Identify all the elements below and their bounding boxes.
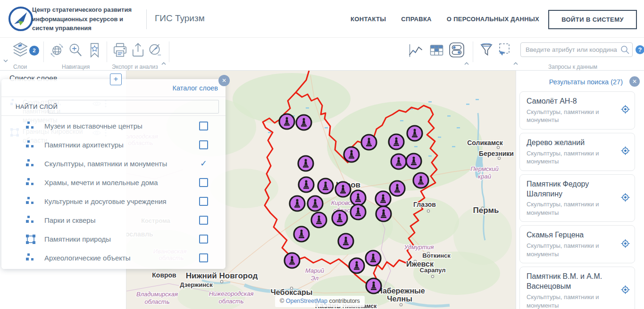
city-label: Глазов: [413, 201, 436, 208]
layers-button[interactable]: [10, 41, 30, 62]
layer-name: Скульптуры, памятники и монументы: [44, 160, 200, 168]
locate-icon[interactable]: [620, 238, 630, 250]
result-title: Памятник Федору Шаляпину: [527, 179, 618, 199]
help-icon[interactable]: ?: [636, 45, 644, 54]
bookmark-button[interactable]: [86, 41, 103, 61]
monument-marker[interactable]: [351, 190, 366, 205]
chart-analysis-button[interactable]: [407, 41, 425, 61]
search-result-card[interactable]: Памятник Федору Шаляпину Скульптуры, пам…: [519, 174, 635, 222]
monument-marker[interactable]: [376, 206, 391, 221]
monument-marker[interactable]: [338, 234, 353, 249]
region-label: Владимирская: [136, 291, 178, 298]
search-result-card[interactable]: Памятник В.М. и А.М. Васнецовым Скульпту…: [519, 267, 635, 309]
monument-marker[interactable]: [413, 173, 428, 188]
monument-marker[interactable]: [349, 258, 364, 273]
header: Центр стратегического развития информаци…: [0, 0, 644, 38]
layer-checkbox[interactable]: [199, 178, 208, 187]
app-title: ГИС Туризм: [155, 13, 205, 24]
locate-icon[interactable]: [620, 105, 630, 116]
close-catalog-icon[interactable]: ✕: [218, 75, 230, 86]
layer-checkbox[interactable]: [199, 235, 208, 244]
monument-marker[interactable]: [406, 154, 421, 169]
layer-checkbox[interactable]: [199, 140, 208, 149]
locate-icon[interactable]: [620, 192, 630, 204]
chevron-up-icon[interactable]: [513, 58, 518, 67]
monument-marker[interactable]: [391, 154, 406, 169]
extent-globe-button[interactable]: [48, 41, 66, 61]
monument-marker[interactable]: [311, 212, 326, 228]
osm-link[interactable]: OpenStreetMap: [286, 298, 327, 304]
layers-group-label: Слои: [13, 64, 27, 70]
layer-settings-button[interactable]: [447, 41, 466, 61]
add-layer-button[interactable]: +: [110, 73, 122, 85]
search-result-card[interactable]: Дерево желаний Скульптуры, памятники и м…: [519, 133, 635, 171]
city-label: Набережные: [377, 287, 425, 295]
monument-marker[interactable]: [335, 182, 351, 197]
layer-checkbox[interactable]: [199, 216, 208, 225]
monument-marker[interactable]: [366, 251, 381, 266]
monument-marker[interactable]: [407, 126, 422, 141]
monument-marker[interactable]: [298, 156, 313, 171]
catalog-layer-row[interactable]: Памятники архитектуры: [1, 135, 226, 154]
nav-help-link[interactable]: СПРАВКА: [401, 16, 431, 23]
monument-marker[interactable]: [376, 191, 391, 206]
select-area-button[interactable]: [495, 41, 513, 61]
find-layer-input[interactable]: [48, 100, 219, 114]
monument-marker[interactable]: [308, 196, 323, 211]
find-layer-row: НАЙТИ СЛОЙ: [1, 97, 226, 116]
monument-marker[interactable]: [332, 211, 347, 226]
nav-contacts-link[interactable]: КОНТАКТЫ: [351, 16, 386, 23]
catalog-layer-row[interactable]: Музеи и выставочные центры: [1, 116, 226, 135]
layer-name: Музеи и выставочные центры: [44, 122, 199, 130]
toolbar-divider: [169, 41, 169, 62]
monument-marker[interactable]: [299, 177, 314, 192]
monument-marker[interactable]: [296, 115, 311, 130]
monument-marker[interactable]: [361, 135, 376, 150]
toolbar: 2 Слои: [0, 38, 644, 71]
attribute-search-input[interactable]: [520, 42, 633, 57]
catalog-layer-row[interactable]: Памятники природы: [1, 229, 226, 248]
catalog-layer-row[interactable]: Скульптуры, памятники и монументы ✓: [1, 154, 226, 173]
city-label: Пермь: [473, 206, 499, 215]
result-title: Памятник В.М. и А.М. Васнецовым: [527, 272, 618, 292]
monument-marker[interactable]: [284, 253, 300, 268]
zoom-in-button[interactable]: [67, 41, 84, 61]
filter-button[interactable]: [477, 41, 495, 61]
chevron-up-icon[interactable]: [464, 58, 469, 67]
layer-checkbox[interactable]: [199, 197, 208, 206]
result-category: Скульптуры, памятники и монументы: [527, 293, 618, 309]
search-icon[interactable]: [620, 45, 630, 57]
attribute-table-button[interactable]: [427, 41, 446, 61]
monument-marker[interactable]: [390, 181, 405, 196]
nav-personal-data-link[interactable]: О ПЕРСОНАЛЬНЫХ ДАННЫХ: [447, 16, 539, 23]
catalog-layer-row[interactable]: Парки и скверы: [1, 211, 226, 229]
layer-checkbox[interactable]: [199, 122, 208, 130]
monument-marker[interactable]: [351, 204, 366, 220]
catalog-layer-row[interactable]: Храмы, мечети и молельные дома: [1, 173, 226, 192]
monument-marker[interactable]: [389, 134, 404, 149]
catalog-title[interactable]: Каталог слоев: [173, 84, 218, 92]
locate-icon[interactable]: [620, 285, 630, 297]
layer-checkbox[interactable]: [199, 253, 208, 262]
print-button[interactable]: [111, 41, 129, 61]
close-results-icon[interactable]: ✕: [629, 76, 640, 87]
monument-marker[interactable]: [318, 179, 333, 194]
export-group-label: Экспорт и анализ: [112, 64, 158, 70]
export-button[interactable]: [129, 41, 147, 61]
chevron-down-icon[interactable]: [3, 56, 8, 64]
layer-name: Памятники архитектуры: [44, 141, 199, 149]
search-results-panel: Результаты поиска (27) ✕ Самолёт АН-8 Ск…: [516, 71, 644, 309]
locate-icon[interactable]: [620, 146, 630, 158]
catalog-layer-row[interactable]: Культурные и досуговые учреждения: [1, 192, 226, 211]
login-button[interactable]: ВОЙТИ В СИСТЕМУ: [548, 10, 637, 29]
search-result-card[interactable]: Скамья Герцена Скульптуры, памятники и м…: [519, 225, 635, 263]
monument-marker[interactable]: [290, 196, 305, 211]
monument-marker[interactable]: [344, 147, 359, 162]
monument-marker[interactable]: [279, 114, 294, 129]
layer-checked-icon[interactable]: ✓: [200, 158, 207, 169]
chevron-up-icon[interactable]: [161, 58, 166, 67]
search-result-card[interactable]: Самолёт АН-8 Скульптуры, памятники и мон…: [519, 91, 635, 130]
monument-marker[interactable]: [294, 227, 309, 242]
monument-marker[interactable]: [366, 278, 381, 293]
catalog-layer-row[interactable]: Археологические объекты: [1, 248, 226, 267]
